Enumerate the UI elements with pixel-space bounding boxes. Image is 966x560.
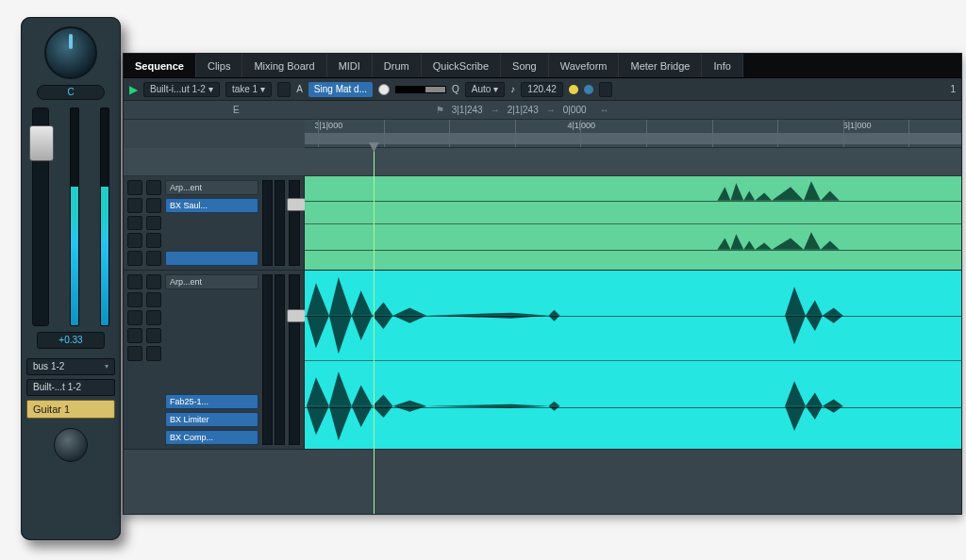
zoom-slider[interactable] [395, 86, 446, 93]
track-btn[interactable] [146, 198, 161, 213]
input-button[interactable] [127, 328, 142, 343]
footer-knob[interactable] [54, 428, 88, 462]
channel-strip: C +0.33 bus 1-2 ▾ Built-...t 1-2 Guitar … [21, 17, 121, 540]
mini-meters [262, 274, 285, 445]
insert-slot[interactable]: BX Comp... [165, 430, 258, 445]
tab-info[interactable]: Info [702, 54, 742, 77]
color-swatch[interactable] [378, 84, 390, 95]
ruler-label: 5|1|000 [843, 121, 872, 130]
track-row: Arp...ent BX Saul... [124, 176, 961, 271]
record-button[interactable] [127, 216, 142, 231]
chevron-down-icon: ▾ [105, 359, 108, 374]
mini-meters [262, 180, 285, 266]
mute-button[interactable] [127, 180, 142, 195]
ruler-selection[interactable] [305, 133, 961, 144]
solo-button[interactable] [127, 198, 142, 213]
track-header[interactable]: Arp...ent Fab25-1... BX Limiter BX Comp.… [124, 271, 305, 449]
audio-clip[interactable] [305, 176, 961, 270]
counter-bar: E ⚑ 3|1|243 → 2|1|243 → 0|000 ↔︎ [124, 101, 961, 120]
q-label: Q [452, 84, 459, 94]
note-icon: ♪ [510, 84, 515, 94]
output-device-selector[interactable]: Built-...t 1-2 [26, 379, 115, 396]
chevron-down-icon: ▾ [493, 84, 498, 94]
track-button-column-2 [146, 180, 161, 266]
selection-name[interactable]: Sing Mat d... [308, 82, 373, 97]
track-button-column [127, 180, 142, 266]
arrow-icon: → [491, 105, 500, 115]
marker-dot-yellow[interactable] [569, 85, 578, 94]
playhead[interactable] [374, 148, 375, 514]
track-lane[interactable] [305, 176, 961, 270]
time-end[interactable]: 2|1|243 [508, 105, 539, 115]
track-btn[interactable] [146, 233, 161, 248]
db-readout[interactable]: +0.33 [37, 332, 105, 349]
mini-fader[interactable] [289, 274, 300, 445]
track-btn[interactable] [146, 216, 161, 231]
auto-label: Auto [472, 84, 491, 94]
sequence-window: Sequence Clips Mixing Board MIDI Drum Qu… [123, 53, 962, 515]
tab-midi[interactable]: MIDI [327, 54, 373, 77]
track-btn[interactable] [146, 346, 161, 361]
chevron-down-icon: ▾ [208, 84, 213, 94]
a-label: A [296, 84, 303, 94]
volume-fader[interactable] [32, 107, 49, 326]
pan-knob[interactable] [44, 26, 97, 79]
marker-dot-blue[interactable] [584, 85, 593, 94]
track-btn[interactable] [146, 292, 161, 307]
tab-waveform[interactable]: Waveform [549, 54, 620, 77]
insert-slot[interactable]: Arp...ent [165, 274, 258, 289]
stretch-icon[interactable]: ↔︎ [600, 105, 609, 115]
tab-drum[interactable]: Drum [373, 54, 422, 77]
time-start[interactable]: 3|1|243 [452, 105, 483, 115]
track-btn[interactable] [146, 251, 161, 266]
fader-area [28, 107, 113, 326]
inserts-column: Arp...ent Fab25-1... BX Limiter BX Comp.… [165, 274, 258, 445]
track-btn[interactable] [146, 328, 161, 343]
take-selector-label: take 1 [232, 84, 258, 94]
tab-meter-bridge[interactable]: Meter Bridge [619, 54, 702, 77]
insert-slot[interactable]: Fab25-1... [165, 394, 258, 409]
track-btn[interactable] [146, 274, 161, 289]
route-label: bus 1-2 [33, 359, 64, 374]
tab-sequence[interactable]: Sequence [124, 54, 196, 77]
output-selector-label: Built-i...ut 1-2 [150, 84, 206, 94]
track-name-field[interactable]: Guitar 1 [26, 400, 115, 419]
track-btn[interactable] [146, 310, 161, 325]
audio-clip[interactable] [305, 271, 961, 449]
auto-selector[interactable]: Auto▾ [465, 82, 506, 97]
tab-song[interactable]: Song [501, 54, 549, 77]
timeline-ruler[interactable]: 3|1|000 4|1|000 5|1|000 [305, 120, 961, 148]
flag-icon: ⚑ [436, 105, 444, 115]
record-button[interactable] [127, 310, 142, 325]
automation-button[interactable] [127, 251, 142, 266]
tab-clips[interactable]: Clips [196, 54, 242, 77]
tool-button-2[interactable] [599, 82, 612, 97]
time-length[interactable]: 0|000 [563, 105, 587, 115]
output-selector[interactable]: Built-i...ut 1-2▾ [143, 82, 220, 97]
take-selector[interactable]: take 1▾ [225, 82, 272, 97]
level-meter-right [100, 107, 109, 326]
pan-value[interactable]: C [37, 85, 105, 100]
track-header[interactable]: Arp...ent BX Saul... [124, 176, 305, 270]
tempo-field[interactable]: 120.42 [521, 82, 563, 97]
insert-slot[interactable]: BX Saul... [165, 198, 258, 213]
tab-mixing-board[interactable]: Mixing Board [242, 54, 326, 77]
tab-quickscribe[interactable]: QuickScribe [422, 54, 501, 77]
track-btn[interactable] [146, 180, 161, 195]
track-lane[interactable] [305, 271, 961, 449]
fader-cap[interactable] [29, 125, 54, 161]
tool-button[interactable] [277, 82, 291, 97]
insert-slot[interactable]: Arp...ent [165, 180, 258, 195]
view-tabbar: Sequence Clips Mixing Board MIDI Drum Qu… [124, 54, 961, 78]
output-bus-selector[interactable]: bus 1-2 ▾ [26, 358, 115, 375]
insert-slot[interactable]: BX Limiter [165, 412, 258, 427]
mute-button[interactable] [127, 274, 142, 289]
tracks-area: Arp...ent BX Saul... [124, 148, 961, 514]
track-gutter [124, 148, 961, 176]
insert-slot[interactable] [165, 251, 258, 266]
mini-fader[interactable] [289, 180, 300, 266]
play-icon[interactable]: ▶ [129, 83, 138, 96]
automation-button[interactable] [127, 346, 142, 361]
input-button[interactable] [127, 233, 142, 248]
solo-button[interactable] [127, 292, 142, 307]
